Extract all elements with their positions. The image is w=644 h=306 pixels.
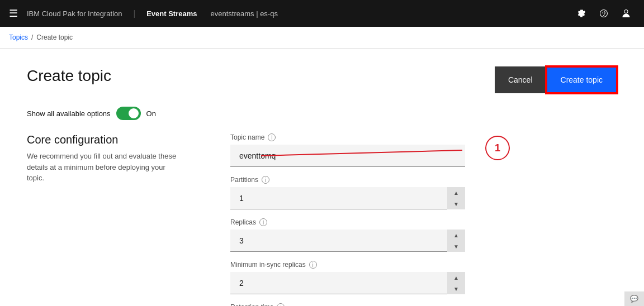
retention-time-field: Retention time i ▲ ▼ <box>230 303 465 306</box>
replicas-field: Replicas i ▲ ▼ <box>230 218 465 252</box>
annotation-circle-1: 1 <box>485 136 510 160</box>
show-options-label: Show all available options <box>27 109 111 118</box>
core-config-fields: Topic name i 1 Partitions <box>230 133 465 306</box>
breadcrumb-sep: / <box>31 34 33 41</box>
create-topic-button[interactable]: Create topic <box>546 66 617 93</box>
product-name: Event Streams <box>146 9 197 18</box>
toggle-on-label: On <box>146 109 156 118</box>
min-insync-stepper-wrapper: ▲ ▼ <box>230 272 465 294</box>
min-insync-label: Minimum in-sync replicas i <box>230 261 465 269</box>
min-insync-increment[interactable]: ▲ <box>447 272 465 283</box>
breadcrumb: Topics / Create topic <box>0 27 644 49</box>
replicas-info-icon[interactable]: i <box>259 218 267 226</box>
replicas-stepper-buttons: ▲ ▼ <box>447 230 465 252</box>
partitions-field: Partitions i ▲ ▼ <box>230 176 465 209</box>
top-nav: ☰ IBM Cloud Pak for Integration | Event … <box>0 0 644 27</box>
replicas-label: Replicas i <box>230 218 465 226</box>
nav-icons <box>572 4 635 22</box>
breadcrumb-topics-link[interactable]: Topics <box>9 34 28 41</box>
header-actions: Cancel Create topic <box>495 66 617 93</box>
user-icon[interactable] <box>617 4 635 22</box>
show-all-options-row: Show all available options On <box>27 107 617 120</box>
partitions-decrement[interactable]: ▼ <box>447 198 465 209</box>
replicas-increment[interactable]: ▲ <box>447 230 465 241</box>
settings-icon[interactable] <box>572 4 590 22</box>
min-insync-replicas-field: Minimum in-sync replicas i ▲ ▼ <box>230 261 465 294</box>
topic-name-field: Topic name i 1 <box>230 133 465 167</box>
instance-name: eventstreams | es-qs <box>211 9 278 18</box>
partitions-stepper-buttons: ▲ ▼ <box>447 187 465 209</box>
partitions-label: Partitions i <box>230 176 465 184</box>
topic-name-label: Topic name i <box>230 133 465 141</box>
core-config-description: Core configuration We recommend you fill… <box>27 133 195 184</box>
topic-name-input[interactable] <box>230 145 465 167</box>
feedback-icon: 💬 <box>630 295 638 303</box>
topic-name-info-icon[interactable]: i <box>268 133 276 141</box>
replicas-input[interactable] <box>230 230 465 252</box>
show-options-toggle[interactable] <box>116 107 141 120</box>
core-config-desc: We recommend you fill out and evaluate t… <box>27 151 183 184</box>
min-insync-input[interactable] <box>230 272 465 294</box>
replicas-stepper-wrapper: ▲ ▼ <box>230 230 465 252</box>
retention-time-info-icon[interactable]: i <box>277 303 285 306</box>
help-icon[interactable] <box>595 4 613 22</box>
app-name: IBM Cloud Pak for Integration <box>27 9 122 18</box>
partitions-increment[interactable]: ▲ <box>447 187 465 198</box>
page-title: Create topic <box>27 66 111 85</box>
core-config-title: Core configuration <box>27 133 195 146</box>
partitions-info-icon[interactable]: i <box>262 176 269 184</box>
retention-time-label: Retention time i <box>230 303 465 306</box>
cancel-button[interactable]: Cancel <box>495 66 546 93</box>
min-insync-decrement[interactable]: ▼ <box>447 283 465 294</box>
min-insync-info-icon[interactable]: i <box>309 261 317 269</box>
nav-divider: | <box>134 9 136 18</box>
feedback-button[interactable]: 💬 <box>624 291 644 306</box>
breadcrumb-current: Create topic <box>36 34 73 41</box>
partitions-input[interactable] <box>230 187 465 209</box>
core-config-section: Core configuration We recommend you fill… <box>27 133 617 306</box>
min-insync-stepper-buttons: ▲ ▼ <box>447 272 465 294</box>
main-content: Create topic Cancel Create topic Show al… <box>0 49 644 306</box>
replicas-decrement[interactable]: ▼ <box>447 241 465 252</box>
page-header: Create topic Cancel Create topic <box>27 66 617 93</box>
partitions-stepper-wrapper: ▲ ▼ <box>230 187 465 209</box>
hamburger-icon[interactable]: ☰ <box>9 7 18 20</box>
